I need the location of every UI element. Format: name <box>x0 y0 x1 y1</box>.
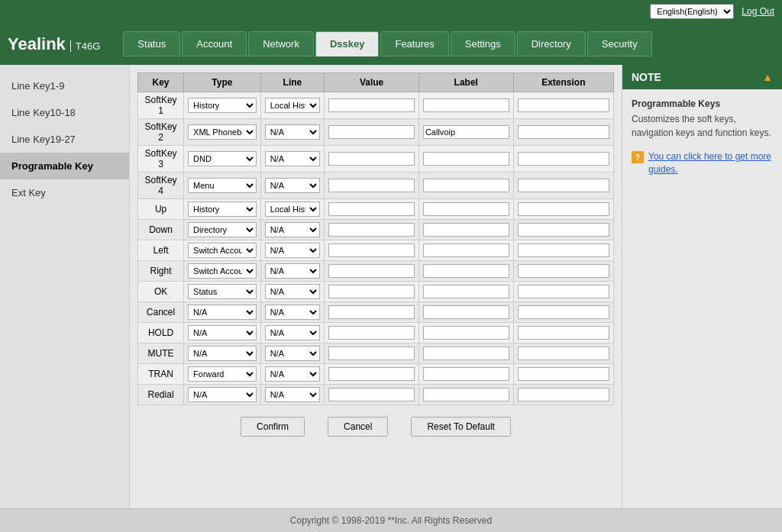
tab-status[interactable]: Status <box>123 31 180 56</box>
line-select[interactable]: N/A <box>265 387 321 402</box>
cell-extension[interactable] <box>513 240 613 261</box>
cell-value[interactable] <box>325 385 419 405</box>
extension-input[interactable] <box>518 305 609 319</box>
cell-line[interactable]: Local History <box>260 92 325 119</box>
label-input[interactable] <box>423 98 509 112</box>
cell-extension[interactable] <box>513 282 613 302</box>
value-input[interactable] <box>328 347 415 360</box>
cell-type[interactable]: Directory <box>184 220 261 240</box>
type-select[interactable]: Switch Account U <box>188 243 257 258</box>
cell-label[interactable] <box>418 323 513 343</box>
value-input[interactable] <box>328 98 415 112</box>
cell-type[interactable]: DND <box>184 146 261 172</box>
cell-label[interactable] <box>418 385 513 405</box>
value-input[interactable] <box>328 305 415 319</box>
cell-type[interactable]: N/A <box>184 302 261 323</box>
cell-line[interactable]: N/A <box>260 220 325 240</box>
cell-value[interactable] <box>325 199 419 220</box>
value-input[interactable] <box>328 367 415 381</box>
extension-input[interactable] <box>518 125 609 139</box>
extension-input[interactable] <box>518 98 609 112</box>
sidebar-item-linekey1-9[interactable]: Line Key1-9 <box>0 73 129 99</box>
label-input[interactable] <box>423 305 509 319</box>
cell-line[interactable]: N/A <box>260 364 325 385</box>
cell-label[interactable] <box>418 364 513 385</box>
type-select[interactable]: Forward <box>188 366 257 382</box>
cell-extension[interactable] <box>513 199 613 220</box>
tab-security[interactable]: Security <box>587 31 652 56</box>
type-select[interactable]: History <box>188 98 257 113</box>
cell-label[interactable] <box>418 282 513 302</box>
cell-line[interactable]: N/A <box>260 323 325 343</box>
label-input[interactable] <box>423 326 509 340</box>
language-select[interactable]: English(English) <box>650 4 734 19</box>
tab-settings[interactable]: Settings <box>451 31 515 56</box>
cell-type[interactable]: Menu <box>184 172 261 199</box>
cell-value[interactable] <box>325 302 419 323</box>
line-select[interactable]: N/A <box>265 124 321 140</box>
cell-type[interactable]: Switch Account D <box>184 261 261 282</box>
line-select[interactable]: N/A <box>265 263 321 279</box>
extension-input[interactable] <box>518 243 609 257</box>
extension-input[interactable] <box>518 152 609 166</box>
cell-label[interactable] <box>418 343 513 364</box>
cancel-button[interactable]: Cancel <box>328 417 388 437</box>
cell-line[interactable]: N/A <box>260 343 325 364</box>
tab-network[interactable]: Network <box>248 31 314 56</box>
sidebar-item-ext-key[interactable]: Ext Key <box>0 179 129 206</box>
extension-input[interactable] <box>518 367 609 381</box>
label-input[interactable] <box>423 125 509 139</box>
label-input[interactable] <box>423 223 509 237</box>
line-select[interactable]: N/A <box>265 151 321 166</box>
value-input[interactable] <box>328 243 415 257</box>
cell-line[interactable]: N/A <box>260 146 325 172</box>
line-select[interactable]: N/A <box>265 305 321 320</box>
label-input[interactable] <box>423 285 509 298</box>
type-select[interactable]: N/A <box>188 325 257 340</box>
label-input[interactable] <box>423 243 509 257</box>
cell-value[interactable] <box>325 282 419 302</box>
cell-type[interactable]: History <box>184 199 261 220</box>
extension-input[interactable] <box>518 202 609 216</box>
cell-type[interactable]: N/A <box>184 343 261 364</box>
value-input[interactable] <box>328 326 415 340</box>
cell-label[interactable] <box>418 199 513 220</box>
cell-extension[interactable] <box>513 343 613 364</box>
cell-extension[interactable] <box>513 261 613 282</box>
cell-line[interactable]: Local History <box>260 199 325 220</box>
extension-input[interactable] <box>518 388 609 401</box>
line-select[interactable]: N/A <box>265 243 321 258</box>
cell-label[interactable] <box>418 92 513 119</box>
label-input[interactable] <box>423 367 509 381</box>
cell-label[interactable] <box>418 172 513 199</box>
label-input[interactable] <box>423 179 509 192</box>
cell-line[interactable]: N/A <box>260 282 325 302</box>
cell-line[interactable]: N/A <box>260 302 325 323</box>
logout-button[interactable]: Log Out <box>742 6 774 17</box>
type-select[interactable]: Switch Account D <box>188 263 257 279</box>
note-link[interactable]: ? You can click here to get more guides. <box>632 150 773 176</box>
cell-value[interactable] <box>325 119 419 146</box>
cell-type[interactable]: Forward <box>184 364 261 385</box>
value-input[interactable] <box>328 388 415 401</box>
line-select[interactable]: Local History <box>265 98 321 113</box>
value-input[interactable] <box>328 264 415 278</box>
confirm-button[interactable]: Confirm <box>241 417 305 437</box>
cell-label[interactable] <box>418 220 513 240</box>
value-input[interactable] <box>328 125 415 139</box>
reset-button[interactable]: Reset To Default <box>411 417 511 437</box>
value-input[interactable] <box>328 223 415 237</box>
cell-value[interactable] <box>325 343 419 364</box>
cell-line[interactable]: N/A <box>260 119 325 146</box>
tab-features[interactable]: Features <box>380 31 448 56</box>
cell-label[interactable] <box>418 302 513 323</box>
extension-input[interactable] <box>518 347 609 360</box>
value-input[interactable] <box>328 285 415 298</box>
cell-line[interactable]: N/A <box>260 240 325 261</box>
cell-value[interactable] <box>325 323 419 343</box>
cell-label[interactable] <box>418 146 513 172</box>
note-link-text[interactable]: You can click here to get more guides. <box>648 150 773 176</box>
sidebar-item-linekey10-18[interactable]: Line Key10-18 <box>0 99 129 126</box>
type-select[interactable]: History <box>188 202 257 217</box>
extension-input[interactable] <box>518 179 609 192</box>
